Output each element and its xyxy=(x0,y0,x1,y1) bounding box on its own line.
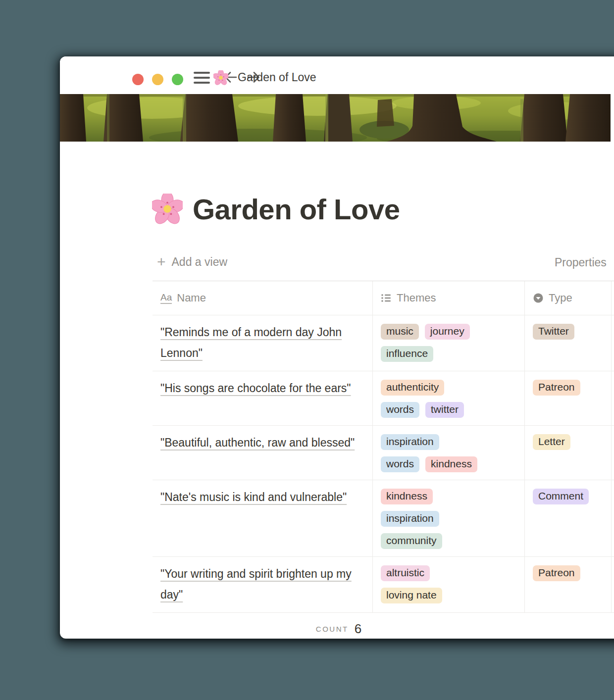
themes-cell: inspirationwordskindness xyxy=(373,426,525,480)
table-row: "Reminds me of a modern day John Lennon"… xyxy=(153,315,614,371)
type-cell: Patreon xyxy=(525,371,612,425)
empty-cell xyxy=(612,315,614,371)
table-row: "His songs are chocolate for the ears"au… xyxy=(153,371,614,426)
column-header-extra xyxy=(612,281,614,315)
row-title-link[interactable]: "Nate's music is kind and vulnerable" xyxy=(160,491,347,503)
table-row: "Beautiful, authentic, raw and blessed"i… xyxy=(153,426,614,480)
tag-line: altruistic xyxy=(381,565,516,581)
type-tag[interactable]: Twitter xyxy=(533,324,574,340)
page-cover-image[interactable] xyxy=(60,94,611,142)
name-cell: "Reminds me of a modern day John Lennon" xyxy=(153,315,373,371)
tag-line: inspiration xyxy=(381,511,516,527)
row-title-link[interactable]: "Reminds me of a modern day John Lennon" xyxy=(160,326,342,359)
cherry-blossom-icon[interactable] xyxy=(152,194,183,224)
select-icon xyxy=(533,293,544,303)
name-cell: "Beautiful, authentic, raw and blessed" xyxy=(153,426,373,480)
row-title-link[interactable]: "Your writing and spirit brighten up my … xyxy=(160,567,352,601)
tag-line: wordskindness xyxy=(381,456,516,472)
database-table: Aa Name Themes Type "Reminds me o xyxy=(60,281,614,639)
theme-tag[interactable]: influence xyxy=(381,346,433,362)
table-footer: COUNT 6 xyxy=(153,613,525,639)
plus-icon: + xyxy=(157,254,166,269)
window-title: Garden of Love xyxy=(238,71,316,84)
cherry-blossom-icon xyxy=(213,70,228,85)
theme-tag[interactable]: inspiration xyxy=(381,511,439,527)
name-cell: "Nate's music is kind and vulnerable" xyxy=(153,480,373,556)
type-cell: Twitter xyxy=(525,315,612,371)
tag-line: musicjourney xyxy=(381,324,516,340)
close-window-button[interactable] xyxy=(132,74,144,85)
theme-tag[interactable]: altruistic xyxy=(381,565,430,581)
row-title-link[interactable]: "His songs are chocolate for the ears" xyxy=(160,382,351,395)
properties-button[interactable]: Properties xyxy=(555,256,607,269)
type-cell: Comment xyxy=(525,480,612,556)
window-titlebar: Garden of Love xyxy=(60,56,614,94)
tag-line: inspiration xyxy=(381,434,516,450)
type-tag[interactable]: Comment xyxy=(533,489,589,504)
tag-line: wordstwitter xyxy=(381,402,516,418)
count-value: 6 xyxy=(355,621,361,637)
add-view-label: Add a view xyxy=(172,255,228,269)
type-tag[interactable]: Patreon xyxy=(533,380,580,396)
theme-tag[interactable]: community xyxy=(381,533,442,549)
count-label[interactable]: COUNT xyxy=(316,625,349,633)
name-cell: "Your writing and spirit brighten up my … xyxy=(153,557,373,612)
column-header-themes[interactable]: Themes xyxy=(373,281,525,315)
page-title[interactable]: Garden of Love xyxy=(193,193,400,226)
tag-line: kindness xyxy=(381,489,516,504)
tag-line: influence xyxy=(381,346,516,362)
title-icon: Aa xyxy=(160,293,172,304)
empty-cell xyxy=(612,557,614,612)
theme-tag[interactable]: twitter xyxy=(425,402,464,418)
type-tag[interactable]: Patreon xyxy=(533,565,580,581)
themes-cell: musicjourneyinfluence xyxy=(373,315,525,371)
theme-tag[interactable]: words xyxy=(381,402,419,418)
theme-tag[interactable]: kindness xyxy=(381,489,433,504)
minimize-window-button[interactable] xyxy=(152,74,163,85)
table-header-row: Aa Name Themes Type xyxy=(153,281,614,315)
empty-cell xyxy=(612,426,614,480)
name-cell: "His songs are chocolate for the ears" xyxy=(153,371,373,425)
add-view-button[interactable]: + Add a view xyxy=(157,254,227,269)
empty-cell xyxy=(612,480,614,556)
views-toolbar: + Add a view Properties xyxy=(60,254,614,271)
theme-tag[interactable]: inspiration xyxy=(381,434,439,450)
table-rows: "Reminds me of a modern day John Lennon"… xyxy=(60,315,614,613)
type-cell: Letter xyxy=(525,426,612,480)
theme-tag[interactable]: words xyxy=(381,456,419,472)
theme-tag[interactable]: kindness xyxy=(425,456,477,472)
tag-line: community xyxy=(381,533,516,549)
zoom-window-button[interactable] xyxy=(172,74,183,85)
themes-cell: altruisticloving nate xyxy=(373,557,525,612)
tag-line: loving nate xyxy=(381,588,516,603)
table-row: "Nate's music is kind and vulnerable"kin… xyxy=(153,480,614,557)
theme-tag[interactable]: journey xyxy=(425,324,470,340)
theme-tag[interactable]: loving nate xyxy=(381,588,442,603)
tag-line: authenticity xyxy=(381,380,516,396)
column-header-name[interactable]: Aa Name xyxy=(153,281,373,315)
notion-window: Garden of Love xyxy=(60,56,614,639)
empty-cell xyxy=(612,371,614,425)
themes-cell: authenticitywordstwitter xyxy=(373,371,525,425)
row-title-link[interactable]: "Beautiful, authentic, raw and blessed" xyxy=(160,436,355,449)
type-tag[interactable]: Letter xyxy=(533,434,570,450)
column-header-type[interactable]: Type xyxy=(525,281,612,315)
list-icon xyxy=(381,293,392,303)
themes-cell: kindnessinspirationcommunity xyxy=(373,480,525,556)
theme-tag[interactable]: music xyxy=(381,324,419,340)
theme-tag[interactable]: authenticity xyxy=(381,380,444,396)
type-cell: Patreon xyxy=(525,557,612,612)
table-row: "Your writing and spirit brighten up my … xyxy=(153,557,614,613)
sidebar-menu-icon[interactable] xyxy=(194,72,210,84)
page-header: Garden of Love xyxy=(152,191,400,227)
